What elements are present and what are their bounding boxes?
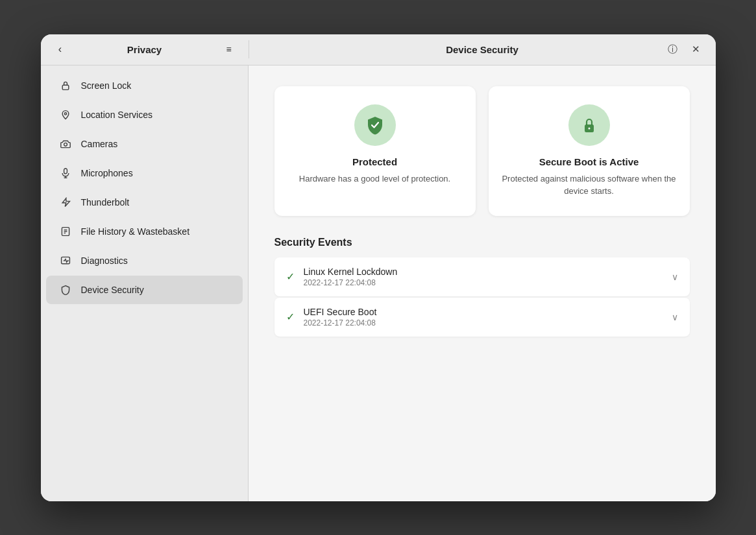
main-content: Protected Hardware has a good level of p…	[249, 65, 716, 501]
svg-point-2	[64, 143, 67, 146]
secure-boot-description: Protected against malicious software whe…	[502, 172, 677, 198]
protected-description: Hardware has a good level of protection.	[299, 172, 450, 185]
sidebar-item-label: Screen Lock	[81, 80, 132, 91]
secure-boot-icon-circle	[568, 104, 610, 146]
svg-rect-3	[64, 168, 67, 173]
menu-button[interactable]: ≡	[220, 40, 238, 58]
sidebar-item-file-history[interactable]: File History & Wastebasket	[46, 217, 243, 246]
event-info: UEFI Secure Boot 2022-12-17 22:04:08	[304, 307, 663, 327]
camera-icon	[59, 137, 72, 150]
sidebar-item-location-services[interactable]: Location Services	[46, 101, 243, 129]
protected-card: Protected Hardware has a good level of p…	[274, 86, 476, 216]
event-timestamp: 2022-12-17 22:04:08	[304, 318, 663, 327]
protected-icon-circle	[354, 104, 396, 146]
header-left: ‹ Privacy ≡	[41, 40, 249, 58]
close-button[interactable]: ✕	[687, 40, 705, 58]
check-icon: ✓	[286, 311, 295, 323]
event-name: Linux Kernel Lockdown	[304, 267, 663, 277]
protected-title: Protected	[352, 156, 397, 167]
sidebar-item-label: Diagnostics	[81, 256, 128, 266]
svg-point-12	[588, 127, 590, 129]
events-list: ✓ Linux Kernel Lockdown 2022-12-17 22:04…	[274, 257, 690, 337]
info-button[interactable]: ⓘ	[664, 40, 682, 58]
bolt-icon	[59, 196, 72, 209]
event-item-kernel-lockdown[interactable]: ✓ Linux Kernel Lockdown 2022-12-17 22:04…	[274, 257, 690, 296]
sidebar-item-label: Device Security	[81, 285, 144, 295]
header: ‹ Privacy ≡ Device Security ⓘ ✕	[41, 34, 716, 65]
sidebar-item-label: File History & Wastebasket	[81, 226, 190, 237]
shield-icon	[59, 283, 72, 296]
sidebar-item-cameras[interactable]: Cameras	[46, 130, 243, 158]
sidebar-item-label: Thunderbolt	[81, 197, 130, 208]
event-timestamp: 2022-12-17 22:04:08	[304, 278, 663, 287]
event-info: Linux Kernel Lockdown 2022-12-17 22:04:0…	[304, 267, 663, 287]
sidebar-title: Privacy	[77, 44, 212, 55]
sidebar-item-label: Cameras	[81, 139, 118, 149]
app-window: ‹ Privacy ≡ Device Security ⓘ ✕	[41, 34, 716, 501]
back-button[interactable]: ‹	[51, 40, 69, 58]
svg-rect-0	[62, 85, 69, 89]
body: Screen Lock Location Services	[41, 65, 716, 501]
shield-check-icon	[365, 115, 385, 136]
lock-icon	[579, 115, 600, 136]
svg-point-1	[64, 112, 66, 114]
sidebar: Screen Lock Location Services	[41, 65, 249, 501]
sidebar-item-microphones[interactable]: Microphones	[46, 159, 243, 187]
header-actions: ⓘ ✕	[664, 40, 705, 58]
location-icon	[59, 108, 72, 121]
chevron-down-icon: ∨	[672, 272, 678, 282]
sidebar-item-diagnostics[interactable]: Diagnostics	[46, 246, 243, 275]
event-item-uefi-secure-boot[interactable]: ✓ UEFI Secure Boot 2022-12-17 22:04:08 ∨	[274, 298, 690, 337]
lock-icon	[59, 79, 72, 92]
secure-boot-title: Secure Boot is Active	[539, 156, 639, 167]
sidebar-item-device-security[interactable]: Device Security	[46, 276, 243, 304]
chevron-down-icon: ∨	[672, 312, 678, 322]
sidebar-item-screen-lock[interactable]: Screen Lock	[46, 71, 243, 100]
sidebar-item-thunderbolt[interactable]: Thunderbolt	[46, 188, 243, 217]
file-icon	[59, 225, 72, 238]
mic-icon	[59, 167, 72, 180]
sidebar-item-label: Microphones	[81, 168, 133, 178]
header-main: Device Security ⓘ ✕	[249, 44, 716, 55]
security-events-title: Security Events	[274, 237, 690, 248]
secure-boot-card: Secure Boot is Active Protected against …	[489, 86, 690, 216]
diagnostics-icon	[59, 254, 72, 267]
page-title: Device Security	[446, 44, 518, 55]
check-icon: ✓	[286, 270, 295, 283]
sidebar-item-label: Location Services	[81, 110, 153, 120]
cards-row: Protected Hardware has a good level of p…	[274, 86, 690, 216]
event-name: UEFI Secure Boot	[304, 307, 663, 317]
